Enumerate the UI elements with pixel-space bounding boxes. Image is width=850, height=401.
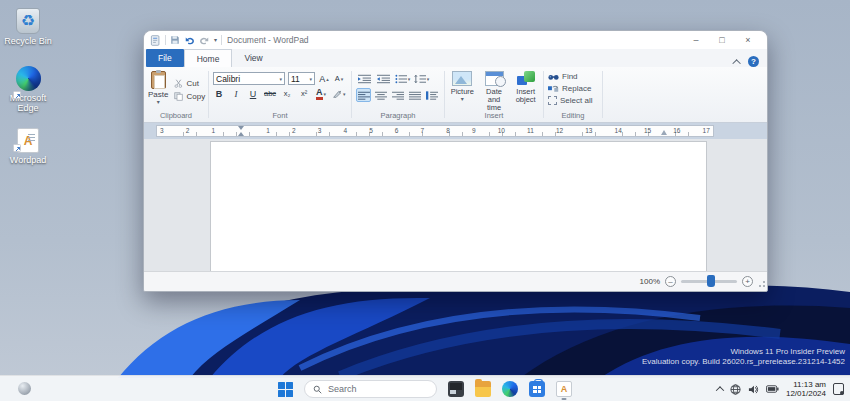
- list-button[interactable]: ▾: [394, 72, 411, 86]
- copy-button[interactable]: Copy: [174, 92, 205, 101]
- date-time-icon: [485, 71, 504, 86]
- find-button[interactable]: Find: [548, 72, 598, 81]
- ribbon-top-right: ?: [735, 56, 767, 67]
- underline-button[interactable]: U: [247, 87, 259, 100]
- help-icon[interactable]: ?: [748, 56, 759, 67]
- cut-icon: [174, 79, 183, 88]
- group-editing: Find Replace Select all Editing: [544, 67, 602, 122]
- replace-button[interactable]: Replace: [548, 84, 598, 93]
- tab-view[interactable]: View: [232, 49, 274, 67]
- date-time-button[interactable]: Date and time: [481, 70, 508, 112]
- wordpad-window: ▾ Document - WordPad – □ × File Home Vie…: [143, 30, 768, 292]
- justify-button[interactable]: [408, 88, 423, 102]
- group-font: Calibri ▾ 11 ▾ A▴ A▾ B I U abc x₂: [209, 67, 351, 122]
- tray-date: 12/01/2024: [786, 389, 826, 398]
- font-size-select[interactable]: 11 ▾: [288, 72, 315, 85]
- date-time-label-1: Date and: [481, 88, 508, 104]
- start-button[interactable]: [278, 382, 293, 397]
- clock[interactable]: 11:13 am 12/01/2024: [786, 380, 826, 398]
- replace-icon: [548, 85, 559, 93]
- notification-center-icon[interactable]: [833, 383, 844, 395]
- insert-object-button[interactable]: Insert object: [512, 70, 539, 112]
- undo-icon[interactable]: [184, 35, 195, 45]
- select-all-button[interactable]: Select all: [548, 96, 598, 105]
- bold-button[interactable]: B: [213, 87, 225, 100]
- edge-icon: [16, 66, 41, 91]
- save-icon[interactable]: [170, 35, 180, 45]
- tab-file[interactable]: File: [146, 49, 184, 67]
- italic-button[interactable]: I: [230, 87, 242, 100]
- close-button[interactable]: ×: [735, 32, 761, 48]
- widgets-icon[interactable]: [18, 382, 31, 395]
- highlight-button[interactable]: ▾: [332, 87, 346, 100]
- align-center-button[interactable]: [373, 88, 388, 102]
- picture-dropdown-icon[interactable]: ▾: [449, 96, 476, 102]
- qat-dropdown-icon[interactable]: ▾: [214, 37, 217, 43]
- hidden-icons-chevron[interactable]: [717, 386, 723, 392]
- wordpad-taskbar-icon[interactable]: A: [556, 381, 572, 397]
- zoom-out-button[interactable]: –: [665, 276, 676, 287]
- battery-icon[interactable]: [766, 384, 779, 394]
- font-family-select[interactable]: Calibri ▾: [213, 72, 285, 85]
- maximize-button[interactable]: □: [709, 32, 735, 48]
- resize-grip[interactable]: [757, 281, 765, 289]
- ruler-number: 15: [644, 128, 651, 135]
- ruler-bar: 3211234567891011121314151617: [144, 123, 767, 139]
- wordpad-app-icon[interactable]: [150, 35, 161, 46]
- ruler-number: 3: [318, 128, 322, 135]
- grow-font-button[interactable]: A▴: [318, 72, 330, 85]
- document-area: [144, 139, 767, 271]
- desktop-icon-wordpad[interactable]: A Wordpad: [4, 128, 52, 165]
- group-label: Font: [209, 111, 351, 120]
- paragraph-settings-button[interactable]: [425, 88, 440, 102]
- collapse-ribbon-icon[interactable]: [732, 59, 740, 67]
- strikethrough-button[interactable]: abc: [264, 87, 276, 100]
- font-color-button[interactable]: A▾: [315, 87, 327, 100]
- align-right-button[interactable]: [391, 88, 406, 102]
- file-explorer-icon[interactable]: [475, 381, 491, 397]
- group-label: Insert: [445, 111, 543, 120]
- taskbar-app-icon[interactable]: [448, 381, 464, 397]
- picture-button[interactable]: Picture ▾: [449, 70, 476, 112]
- subscript-button[interactable]: x₂: [281, 87, 293, 100]
- paste-icon: [151, 71, 166, 89]
- picture-label: Picture: [451, 87, 474, 96]
- decrease-indent-button[interactable]: [356, 72, 373, 86]
- volume-icon[interactable]: [748, 384, 759, 395]
- shortcut-arrow-icon: [13, 91, 21, 99]
- network-icon[interactable]: [730, 384, 741, 395]
- right-indent-marker[interactable]: [661, 130, 667, 135]
- margin-marker[interactable]: [237, 126, 244, 136]
- title-bar[interactable]: ▾ Document - WordPad – □ ×: [144, 31, 767, 49]
- line-spacing-button[interactable]: ▾: [413, 72, 430, 86]
- group-label: Editing: [544, 111, 602, 120]
- desktop-icon-label: Recycle Bin: [4, 36, 52, 46]
- quick-access-toolbar: ▾: [150, 35, 222, 46]
- tab-home[interactable]: Home: [184, 49, 233, 67]
- cut-button[interactable]: Cut: [174, 79, 205, 88]
- shrink-font-button[interactable]: A▾: [333, 72, 345, 85]
- document-page[interactable]: [210, 141, 707, 271]
- replace-label: Replace: [562, 84, 591, 93]
- minimize-button[interactable]: –: [683, 32, 709, 48]
- ruler[interactable]: 3211234567891011121314151617: [156, 125, 714, 137]
- search-input[interactable]: Search: [304, 380, 437, 398]
- redo-icon[interactable]: [199, 35, 210, 45]
- superscript-button[interactable]: x²: [298, 87, 310, 100]
- zoom-slider-thumb[interactable]: [707, 275, 715, 287]
- desktop-icon-label: Wordpad: [4, 155, 52, 165]
- microsoft-store-icon[interactable]: [529, 381, 545, 397]
- desktop-icon-recycle-bin[interactable]: ♻ Recycle Bin: [4, 8, 52, 46]
- evaluation-watermark: Windows 11 Pro Insider Preview Evaluatio…: [642, 347, 845, 367]
- paste-button[interactable]: Paste ▾: [148, 70, 168, 105]
- ruler-number: 5: [369, 128, 373, 135]
- paste-dropdown-icon[interactable]: ▾: [148, 99, 168, 105]
- increase-indent-button[interactable]: [375, 72, 392, 86]
- ruler-number: 9: [472, 128, 476, 135]
- zoom-in-button[interactable]: +: [742, 276, 753, 287]
- edge-taskbar-icon[interactable]: [502, 381, 518, 397]
- desktop: Windows 11 Pro Insider Preview Evaluatio…: [0, 0, 850, 401]
- desktop-icon-microsoft-edge[interactable]: Microsoft Edge: [4, 66, 52, 113]
- align-left-button[interactable]: [356, 88, 371, 102]
- zoom-slider[interactable]: [681, 280, 737, 283]
